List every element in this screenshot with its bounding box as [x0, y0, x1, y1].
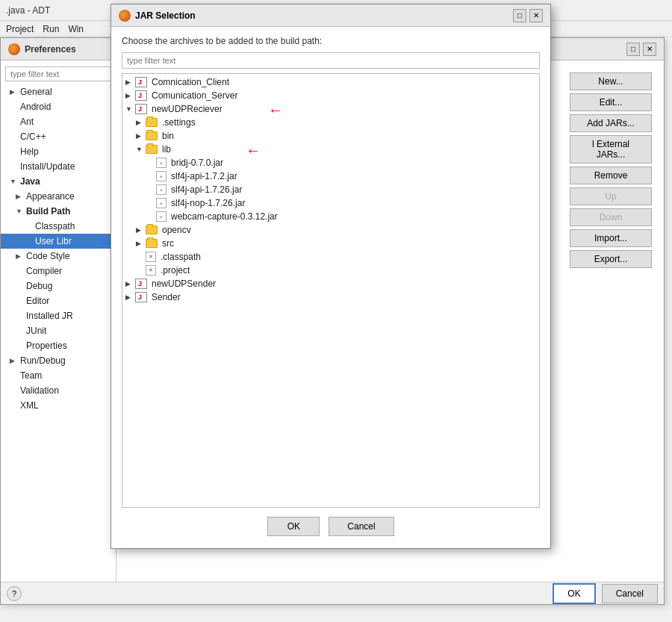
red-arrow-2: ← — [246, 142, 261, 159]
sidebar-item-java[interactable]: ▼ Java — [1, 174, 116, 189]
tree-item-opencv[interactable]: ▶ opencv — [122, 223, 539, 237]
sidebar-item-ant[interactable]: Ant — [1, 114, 116, 129]
jar-titlebar: JAR Selection □ ✕ — [111, 4, 550, 27]
prefs-bottom-bar: ? OK Cancel — [1, 582, 664, 604]
tree-item-settings[interactable]: ▶ .settings — [122, 116, 539, 129]
folder-icon — [146, 145, 158, 154]
tree-arrow: ▼ — [125, 105, 133, 113]
prefs-window-controls: □ ✕ — [626, 43, 656, 56]
tree-item-comunication-server[interactable]: ▶ Comunication_Server — [122, 89, 539, 102]
tree-label: bin — [162, 131, 174, 141]
sidebar-label: Install/Update — [20, 161, 75, 172]
jar-ok-button[interactable]: OK — [267, 517, 320, 536]
down-button[interactable]: Down — [570, 208, 652, 226]
sidebar-item-general[interactable]: ▶ General — [1, 84, 116, 99]
tree-arrow: ▶ — [136, 132, 143, 140]
tree-item-bridj[interactable]: ▪ bridj-0.7.0.jar — [122, 156, 539, 170]
prefs-close-button[interactable]: ✕ — [643, 43, 656, 56]
prefs-ok-button[interactable]: OK — [553, 583, 595, 604]
sidebar-label: C/C++ — [20, 131, 46, 142]
sidebar-item-xml[interactable]: XML — [1, 398, 116, 413]
sidebar-label: Team — [20, 370, 42, 381]
tree-item-slf4j-1726[interactable]: ▪ slf4j-api-1.7.26.jar — [122, 183, 539, 196]
sidebar-label: Help — [20, 146, 39, 157]
sidebar-item-build-path[interactable]: ▼ Build Path — [1, 204, 116, 219]
project-icon — [135, 292, 147, 302]
add-jars-button[interactable]: Add JARs... — [570, 114, 652, 132]
prefs-title: Preferences — [25, 44, 76, 55]
tree-arrow: ▶ — [125, 280, 133, 287]
tree-label: slf4j-api-1.7.2.jar — [171, 171, 237, 181]
sidebar-item-installed-jr[interactable]: Installed JR — [1, 308, 116, 323]
sidebar-item-compiler[interactable]: Compiler — [1, 264, 116, 279]
tree-item-newudpsender[interactable]: ▶ newUDPSender — [122, 277, 539, 290]
tree-label: .project — [161, 265, 190, 276]
jar-filter-input[interactable] — [122, 52, 540, 69]
jar-icon: ▪ — [156, 184, 167, 195]
prefs-cancel-button[interactable]: Cancel — [602, 584, 658, 603]
tree-item-project-file[interactable]: ✕ .project — [122, 264, 539, 277]
tree-arrow: ▶ — [125, 78, 133, 86]
expand-arrow: ▶ — [10, 357, 17, 364]
tree-item-lib[interactable]: ▼ lib ← — [122, 143, 539, 156]
sidebar-item-install[interactable]: Install/Update — [1, 159, 116, 174]
sidebar-label: Debug — [26, 281, 52, 291]
import-button[interactable]: Import... — [570, 229, 652, 247]
sidebar-item-appearance[interactable]: ▶ Appearance — [1, 189, 116, 204]
folder-icon — [146, 239, 158, 248]
sidebar-item-code-style[interactable]: ▶ Code Style — [1, 249, 116, 264]
sidebar-item-debug[interactable]: Debug — [1, 279, 116, 293]
jar-icon: ▪ — [156, 211, 167, 222]
sidebar-item-help[interactable]: Help — [1, 144, 116, 159]
xml-icon: ✕ — [146, 265, 156, 276]
sidebar-item-cpp[interactable]: C/C++ — [1, 129, 116, 144]
sidebar-item-android[interactable]: Android — [1, 99, 116, 114]
eclipse-icon — [8, 43, 20, 55]
remove-button[interactable]: Remove — [570, 167, 652, 184]
tree-item-slf4j-172[interactable]: ▪ slf4j-api-1.7.2.jar — [122, 170, 539, 183]
tree-item-sender[interactable]: ▶ Sender — [122, 290, 539, 304]
tree-label: newUDPReciever — [152, 104, 223, 114]
sidebar-item-run-debug[interactable]: ▶ Run/Debug — [1, 353, 116, 368]
tree-label: newUDPSender — [152, 279, 216, 289]
tree-label: slf4j-nop-1.7.26.jar — [171, 198, 245, 208]
sidebar-item-editor[interactable]: Editor — [1, 293, 116, 308]
tree-item-src[interactable]: ▶ src — [122, 237, 539, 250]
up-button[interactable]: Up — [570, 187, 652, 205]
prefs-minimize-button[interactable]: □ — [626, 43, 640, 56]
sidebar-item-classpath[interactable]: Classpath — [1, 219, 116, 234]
export-button[interactable]: Export... — [570, 250, 652, 268]
tree-item-classpath[interactable]: ✕ .classpath — [122, 250, 539, 264]
jar-close-button[interactable]: ✕ — [529, 9, 543, 22]
tree-label: Sender — [152, 292, 181, 302]
sidebar-label: User Libr — [35, 236, 72, 246]
sidebar-item-user-libr[interactable]: User Libr — [1, 234, 116, 249]
sidebar-label: Installed JR — [26, 311, 73, 321]
sidebar-item-validation[interactable]: Validation — [1, 383, 116, 398]
jar-tree-container[interactable]: ▶ Comnication_Client ▶ Comunication_Serv… — [122, 73, 540, 508]
tree-item-bin[interactable]: ▶ bin — [122, 129, 539, 143]
tree-item-comnication-client[interactable]: ▶ Comnication_Client — [122, 75, 539, 89]
jar-minimize-button[interactable]: □ — [513, 9, 526, 22]
sidebar-item-junit[interactable]: JUnit — [1, 323, 116, 338]
sidebar-label: Code Style — [26, 251, 70, 261]
sidebar-filter-input[interactable] — [5, 66, 111, 81]
jar-dialog: JAR Selection □ ✕ Choose the archives to… — [111, 4, 551, 549]
menu-win[interactable]: Win — [68, 24, 84, 34]
sidebar-item-team[interactable]: Team — [1, 368, 116, 383]
tree-item-newudpreciever[interactable]: ▼ newUDPReciever ← — [122, 102, 539, 116]
add-external-jars-button[interactable]: l External JARs... — [570, 135, 652, 164]
tree-item-webcam[interactable]: ▪ webcam-capture-0.3.12.jar — [122, 210, 539, 223]
tree-label: opencv — [162, 225, 191, 235]
help-button[interactable]: ? — [7, 586, 22, 601]
sidebar-item-properties[interactable]: Properties — [1, 338, 116, 353]
jar-cancel-button[interactable]: Cancel — [329, 517, 393, 536]
menu-run[interactable]: Run — [43, 24, 59, 34]
new-button[interactable]: New... — [570, 72, 652, 90]
menu-project[interactable]: Project — [6, 24, 34, 34]
tree-arrow: ▶ — [136, 240, 143, 247]
tree-label: Comnication_Client — [152, 77, 229, 87]
tree-label: bridj-0.7.0.jar — [171, 158, 223, 168]
edit-button[interactable]: Edit... — [570, 93, 652, 111]
tree-item-slf4j-nop[interactable]: ▪ slf4j-nop-1.7.26.jar — [122, 196, 539, 210]
